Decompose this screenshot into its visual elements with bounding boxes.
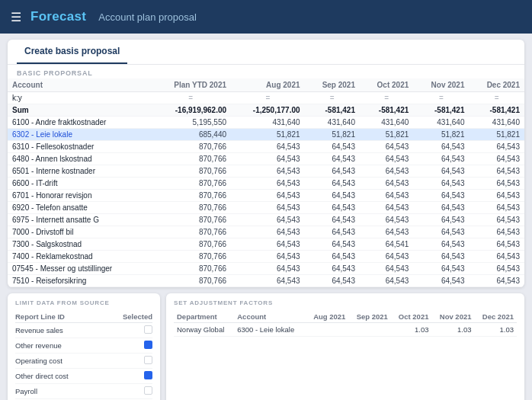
adj-cell-dec: 1.03 [475,323,517,337]
table-row: Sum-16,919,962.00-1,250,177.00-581,421-5… [8,104,524,117]
cell-account: 07545 - Messer og utstillinger [8,263,150,275]
cell-nov: 64,543 [413,214,469,226]
cell-dec: 64,543 [469,190,524,202]
cell-nov: 64,543 [413,178,469,190]
cell-nov: 64,543 [413,238,469,251]
cell-sep: 64,543 [305,153,360,165]
adj-cell-oct: 1.03 [391,323,432,337]
cell-oct: 64,543 [360,214,413,226]
col-oct: Oct 2021 [360,78,413,92]
cell-oct: 64,543 [360,190,413,202]
cell-plan_ytd: 870,766 [150,226,231,238]
limit-row-checkbox[interactable] [118,323,152,338]
cell-dec: 51,821 [469,129,524,141]
table-row: 7300 - Salgskostnad870,76664,54364,54364… [8,238,524,251]
cell-dec: 64,543 [469,214,524,226]
col-nov: Nov 2021 [413,78,469,92]
cell-nov: 64,543 [413,226,469,238]
table-header-row: Account Plan YTD 2021 Aug 2021 Sep 2021 … [8,78,524,92]
cell-nov: 51,821 [413,129,469,141]
limit-card: LIMIT DATA FROM SOURCE Report Line ID Se… [8,293,160,400]
table-row: 6701 - Honorar revisjon870,76664,54364,5… [8,190,524,202]
cell-aug: 64,543 [231,263,304,275]
cell-sep: 64,543 [305,238,360,251]
limit-section-title: LIMIT DATA FROM SOURCE [15,299,152,306]
cell-account: Sum [8,104,150,117]
cell-account: 7300 - Salgskostnad [8,238,150,251]
limit-row-checkbox[interactable] [118,384,152,399]
table-row: 6100 - Andre fraktkostnader5,195,550431,… [8,117,524,129]
cell-oct: 64,543 [360,178,413,190]
forecast-table: Account Plan YTD 2021 Aug 2021 Sep 2021 … [8,78,524,287]
adj-col-account: Account [234,311,306,323]
cell-plan_ytd: 870,766 [150,238,231,251]
adj-cell-department: Norway Global [174,323,234,337]
cell-sep: 431,640 [305,117,360,129]
adjust-section-title: SET ADJUSTMENT FACTORS [174,299,517,306]
limit-row-label: Payroll [15,384,118,399]
cell-aug: -1,250,177.00 [231,104,304,117]
page-subtitle: Account plan proposal [98,11,197,23]
cell-dec: 64,543 [469,178,524,190]
cell-dec: 64,543 [469,141,524,153]
cell-dec: 64,543 [469,275,524,287]
cell-nov: 64,543 [413,153,469,165]
limit-row-checkbox[interactable] [118,338,152,354]
cell-sep: 64,543 [305,275,360,287]
menu-icon[interactable]: ☰ [11,10,21,24]
col-account: Account [8,78,150,92]
cell-account: 6920 - Telefon ansatte [8,202,150,214]
limit-col-label: Report Line ID [15,311,118,323]
table-row: 6975 - Internett ansatte G870,76664,5436… [8,214,524,226]
cell-oct: 64,543 [360,153,413,165]
cell-account: 7400 - Reklamekostnad [8,251,150,263]
cell-sep: 64,543 [305,141,360,153]
table-row: 6480 - Annen lskostnad870,76664,54364,54… [8,153,524,165]
adj-col-dec: Dec 2021 [475,311,517,323]
cell-sep: 64,543 [305,214,360,226]
limit-row-checkbox[interactable] [118,354,152,369]
table-row: 6501 - Interne kostnader870,76664,54364,… [8,165,524,178]
cell-aug: 64,543 [231,214,304,226]
col-aug: Aug 2021 [231,78,304,92]
cell-plan_ytd: 5,195,550 [150,117,231,129]
cell-oct: 64,543 [360,165,413,178]
tab-create-basis[interactable]: Create basis proposal [17,40,127,64]
cell-account: 6975 - Internett ansatte G [8,214,150,226]
adj-col-oct: Oct 2021 [391,311,432,323]
cell-sep: 64,543 [305,178,360,190]
cell-nov: 64,543 [413,165,469,178]
cell-aug: 64,543 [231,251,304,263]
cell-aug: 431,640 [231,117,304,129]
cell-aug: 64,543 [231,275,304,287]
cell-dec: = [469,92,524,104]
bottom-row: LIMIT DATA FROM SOURCE Report Line ID Se… [8,293,524,400]
cell-oct: 64,543 [360,141,413,153]
adj-cell-aug [306,323,349,337]
cell-aug: 64,543 [231,153,304,165]
cell-dec: 64,543 [469,251,524,263]
main-card: Create basis proposal BASIC PROPORSAL Ac… [8,40,524,287]
topbar: ☰ Forecast Account plan proposal [0,0,532,34]
cell-sep: 64,543 [305,202,360,214]
cell-aug: 64,543 [231,141,304,153]
table-row: 7400 - Reklamekostnad870,76664,54364,543… [8,251,524,263]
cell-plan_ytd: -16,919,962.00 [150,104,231,117]
cell-plan_ytd: 870,766 [150,141,231,153]
col-plan-ytd: Plan YTD 2021 [150,78,231,92]
cell-aug: 64,543 [231,202,304,214]
cell-account: 7510 - Reiseforsikring [8,275,150,287]
limit-row-checkbox[interactable] [118,369,152,384]
cell-dec: 64,543 [469,202,524,214]
cell-sep: 64,543 [305,226,360,238]
adj-col-sep: Sep 2021 [348,311,390,323]
table-row[interactable]: 6302 - Leie lokale685,44051,82151,82151,… [8,129,524,141]
cell-nov: = [413,92,469,104]
cell-oct: 64,543 [360,202,413,214]
cell-nov: 64,543 [413,202,469,214]
adjust-card: SET ADJUSTMENT FACTORS Department Accoun… [166,293,524,400]
cell-account: 7000 - Drivstoff bil [8,226,150,238]
cell-account: 6701 - Honorar revisjon [8,190,150,202]
adj-cell-account: 6300 - Leie lokale [234,323,306,337]
cell-sep: 64,543 [305,263,360,275]
